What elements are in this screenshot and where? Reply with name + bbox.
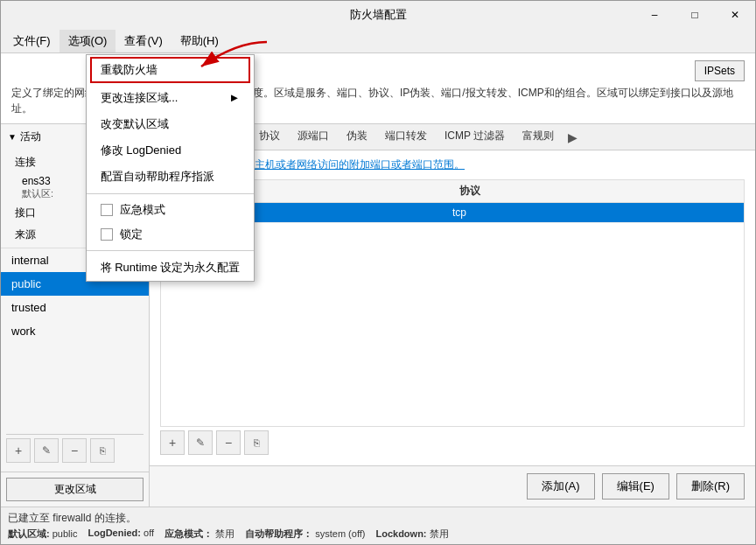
window-controls: – □ ✕ [634,1,755,29]
sidebar-bottom: + ✎ − ⎘ [1,429,149,472]
tab-port-forward[interactable]: 端口转发 [376,125,436,149]
table-toolbar: + ✎ − ⎘ [160,427,745,458]
tab-masquerade[interactable]: 伪装 [338,125,376,149]
separator-2 [87,250,255,251]
configure-helper-item[interactable]: 配置自动帮助程序指派 [87,164,255,190]
add-button[interactable]: 添加(A) [527,473,594,500]
edit-zone-btn[interactable]: ✎ [34,438,59,463]
interfaces-label: 接口 [15,206,36,219]
add-port-btn[interactable]: + [160,430,185,455]
sidebar-footer: 更改区域 [1,472,149,507]
sources-label: 来源 [15,228,36,241]
status-bar: 已建立至 firewalld 的连接。 默认区域: public LogDeni… [1,507,755,544]
protocol-value: tcp [452,206,737,219]
copy-zone-btn[interactable]: ⎘ [90,438,115,463]
lockdown-checkbox[interactable] [101,228,113,241]
options-dropdown: 重载防火墙 更改连接区域... ► 改变默认区域 修改 LogDenied 配置… [86,54,256,282]
main-window: 防火墙配置 – □ ✕ 文件(F) 选项(O) 重载防火墙 更改连接区域... … [0,0,756,545]
active-section-label: 活动 [20,129,41,144]
modify-logdenied-item[interactable]: 修改 LogDenied [87,137,255,164]
tab-source-ports[interactable]: 源端口 [289,125,338,149]
col-protocol: 协议 [452,180,744,202]
logdenied-status: LogDenied: off [88,528,154,541]
lockdown-status: Lockdown: 禁用 [375,528,448,541]
minimize-button[interactable]: – [634,1,675,29]
copy-port-btn[interactable]: ⎘ [244,430,269,455]
remove-zone-btn[interactable]: − [62,438,87,463]
emergency-checkbox[interactable] [101,204,113,216]
tab-next-btn[interactable]: ▶ [563,129,583,146]
port-desc-highlight: 附加 [349,158,370,171]
status-line2: 默认区域: public LogDenied: off 应急模式： 禁用 自动帮… [8,528,748,541]
menu-options-label: 选项(O) [68,34,108,47]
status-line1: 已建立至 firewalld 的连接。 [8,511,748,526]
helper-status: 自动帮助程序： system (off) [245,528,365,541]
change-zone-button[interactable]: 更改区域 [6,478,144,501]
menu-bar: 文件(F) 选项(O) 重载防火墙 更改连接区域... ► 改变默认区域 修改 … [1,29,755,53]
menu-view[interactable]: 查看(V) [116,30,171,52]
active-section-arrow: ▼ [8,132,17,142]
tab-protocols[interactable]: 协议 [250,125,289,149]
menu-file[interactable]: 文件(F) [4,30,60,52]
zone-work[interactable]: work [1,319,149,343]
tab-icmp-filter[interactable]: ICMP 过滤器 [436,125,514,149]
remove-port-btn[interactable]: − [216,430,241,455]
action-buttons: 添加(A) 编辑(E) 删除(R) [150,465,755,507]
reload-firewall-item[interactable]: 重载防火墙 [90,57,251,83]
close-button[interactable]: ✕ [715,1,755,29]
maximize-button[interactable]: □ [675,1,715,29]
change-zone-item[interactable]: 更改连接区域... ► [87,85,255,111]
lockdown-item[interactable]: 锁定 [87,222,255,247]
menu-options[interactable]: 选项(O) 重载防火墙 更改连接区域... ► 改变默认区域 修改 LogDen… [60,30,116,52]
zone-trusted[interactable]: trusted [1,296,149,319]
connections-label: 连接 [15,156,36,168]
emergency-mode-item[interactable]: 应急模式 [87,198,255,222]
tab-rich-rules[interactable]: 富规则 [514,125,563,149]
separator-1 [87,193,255,194]
ipsets-button[interactable]: IPSets [695,60,745,81]
emergency-status: 应急模式： 禁用 [164,528,234,541]
title-bar: 防火墙配置 – □ ✕ [1,1,755,29]
zone-section: internal public trusted work + ✎ − ⎘ [1,248,149,472]
edit-port-btn[interactable]: ✎ [188,430,213,455]
default-zone-status: 默认区域: public [8,528,77,541]
delete-button[interactable]: 删除(R) [676,473,745,500]
runtime-to-perm-item[interactable]: 将 Runtime 设定为永久配置 [87,255,255,281]
change-default-zone-item[interactable]: 改变默认区域 [87,111,255,137]
add-zone-btn[interactable]: + [6,438,31,463]
edit-button[interactable]: 编辑(E) [602,473,669,500]
window-title: 防火墙配置 [350,7,407,23]
menu-help[interactable]: 帮助(H) [172,30,228,52]
